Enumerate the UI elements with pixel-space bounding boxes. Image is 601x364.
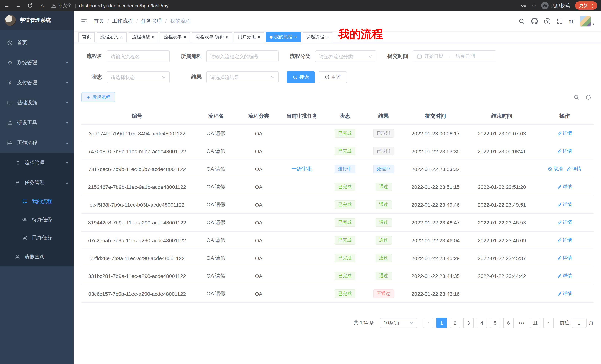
reset-button[interactable]: 重置	[319, 71, 347, 83]
refresh-table-icon[interactable]	[585, 94, 591, 100]
sidebar-item-workflow[interactable]: 工作流程 ▴	[0, 133, 74, 153]
url-text[interactable]: dashboard.yudao.iocoder.cn/bpm/task/my	[79, 3, 169, 8]
start-date-placeholder[interactable]: 开始日期	[424, 53, 443, 60]
detail-link[interactable]: 详情	[557, 184, 572, 190]
tab-start-process[interactable]: 发起流程×	[302, 32, 332, 42]
tab-close-icon[interactable]: ×	[326, 35, 329, 39]
sidebar-item-process-mgmt[interactable]: 流程管理 ▾	[0, 153, 74, 172]
tab-close-icon[interactable]: ×	[152, 35, 155, 39]
user-menu[interactable]: ▾	[580, 16, 594, 27]
tab-process-form[interactable]: 流程表单×	[160, 32, 190, 42]
page-button[interactable]: 5	[490, 318, 500, 328]
security-warning[interactable]: 不安全	[51, 2, 72, 9]
status-select[interactable]	[107, 71, 170, 83]
breadcrumb-workflow[interactable]: 工作流程	[112, 18, 133, 25]
search-icon[interactable]	[519, 18, 525, 24]
task-link[interactable]: 一级审批	[291, 166, 312, 172]
detail-link[interactable]: 详情	[557, 290, 572, 297]
cell-category: OA	[239, 273, 278, 279]
result-select[interactable]	[206, 71, 279, 83]
search-button[interactable]: 搜索	[287, 71, 315, 83]
tab-process-model[interactable]: 流程模型×	[128, 32, 158, 42]
process-def-input-wrap	[206, 50, 279, 62]
page-button[interactable]: 2	[450, 318, 460, 328]
page-button[interactable]: 4	[477, 318, 487, 328]
toggle-search-icon[interactable]	[573, 94, 580, 100]
cell-submit: 2022-01-22 23:53:35	[403, 148, 468, 154]
sidebar-item-home[interactable]: 首页	[0, 33, 74, 53]
tab-close-icon[interactable]: ×	[226, 35, 229, 39]
breadcrumb-task-mgmt[interactable]: 任务管理	[141, 18, 162, 25]
next-page-button[interactable]: ›	[543, 318, 554, 328]
detail-link[interactable]: 详情	[557, 130, 572, 136]
update-button[interactable]: 更新 ⋮	[575, 1, 597, 10]
github-icon[interactable]	[531, 18, 538, 25]
process-def-input[interactable]	[210, 54, 274, 59]
process-name-input[interactable]	[111, 54, 166, 59]
sidebar-item-my-process[interactable]: 我的流程	[0, 192, 74, 211]
status-select-input[interactable]	[111, 74, 160, 80]
cell-name: OA 请假	[193, 237, 239, 244]
cell-submit: 2022-01-22 23:46:04	[403, 237, 468, 243]
tab-close-icon[interactable]: ×	[258, 35, 260, 39]
detail-link[interactable]: 详情	[557, 237, 572, 243]
cell-id: 03c6c157-7b9a-11ec-a290-acde48001122	[81, 291, 193, 297]
detail-link[interactable]: 详情	[557, 201, 572, 208]
cancel-link[interactable]: 取消	[548, 166, 563, 172]
edit-pen-icon	[557, 131, 562, 136]
create-process-button[interactable]: ＋ 发起流程	[81, 92, 115, 102]
breadcrumb-home[interactable]: 首页	[94, 18, 104, 25]
sidebar-item-todo-tasks[interactable]: 待办任务	[0, 211, 74, 229]
detail-link[interactable]: 详情	[557, 148, 572, 154]
sidebar-toggle-icon[interactable]	[80, 18, 87, 25]
more-pages-icon[interactable]: •••	[517, 320, 527, 326]
tab-my-process[interactable]: 我的流程×	[266, 32, 301, 42]
reload-icon[interactable]	[28, 3, 33, 8]
result-select-input[interactable]	[210, 74, 269, 80]
page-size-select[interactable]: 10条/页	[380, 318, 417, 328]
page-button[interactable]: 6	[503, 318, 514, 328]
detail-link[interactable]: 详情	[566, 166, 581, 172]
cell-result: 已取消	[364, 147, 403, 155]
tab-close-icon[interactable]: ×	[183, 35, 186, 39]
detail-link[interactable]: 详情	[557, 219, 572, 226]
tab-home[interactable]: 首页	[78, 32, 95, 42]
font-size-icon[interactable]: tT	[569, 18, 574, 24]
tab-close-icon[interactable]: ×	[120, 35, 123, 39]
cell-actions: 详情	[536, 255, 594, 261]
tab-process-definition[interactable]: 流程定义×	[97, 32, 127, 42]
back-icon[interactable]: ←	[4, 3, 10, 9]
end-date-placeholder[interactable]: 结束日期	[456, 53, 475, 60]
sidebar-item-devtools[interactable]: 研发工具 ▾	[0, 113, 74, 133]
help-icon[interactable]: ?	[544, 18, 551, 24]
prev-page-button[interactable]: ‹	[423, 318, 433, 328]
sidebar-item-done-tasks[interactable]: 已办任务	[0, 229, 74, 247]
user-avatar[interactable]	[580, 16, 591, 27]
tab-process-form-edit[interactable]: 流程表单-编辑×	[192, 32, 232, 42]
sidebar-item-task-mgmt[interactable]: 任务管理 ▴	[0, 172, 74, 192]
bookmark-star-icon[interactable]: ☆	[532, 3, 536, 8]
forward-icon[interactable]: →	[16, 3, 21, 9]
fullscreen-icon[interactable]	[557, 18, 563, 24]
tab-user-group[interactable]: 用户分组×	[234, 32, 264, 42]
menu-kebab-icon[interactable]: ⋮	[590, 3, 595, 8]
address-bar[interactable]: 不安全 | dashboard.yudao.iocoder.cn/bpm/tas…	[51, 2, 521, 9]
tab-close-icon[interactable]: ×	[294, 35, 297, 39]
goto-page-input[interactable]	[572, 318, 587, 328]
sidebar-item-infra[interactable]: 基础设施 ▾	[0, 93, 74, 113]
cell-id: 819442e8-7b9a-11ec-a290-acde48001122	[81, 220, 193, 225]
page-button[interactable]: 3	[463, 318, 474, 328]
category-select[interactable]	[315, 50, 376, 62]
detail-link[interactable]: 详情	[557, 273, 572, 279]
detail-link[interactable]: 详情	[557, 255, 572, 261]
page-button[interactable]: 11	[530, 318, 541, 328]
password-key-icon[interactable]	[521, 3, 527, 8]
sidebar-item-payment[interactable]: ¥ 支付管理 ▾	[0, 73, 74, 93]
app-logo[interactable]: 芋道管理系统	[0, 11, 74, 30]
page-button[interactable]: 1	[436, 318, 447, 328]
sidebar-item-system[interactable]: ⚙ 系统管理 ▾	[0, 53, 74, 73]
date-range-picker[interactable]: 开始日期 - 结束日期	[413, 50, 496, 62]
sidebar-item-leave-query[interactable]: 请假查询	[0, 247, 74, 266]
category-select-input[interactable]	[319, 54, 366, 59]
home-icon[interactable]: ⌂	[39, 3, 45, 9]
